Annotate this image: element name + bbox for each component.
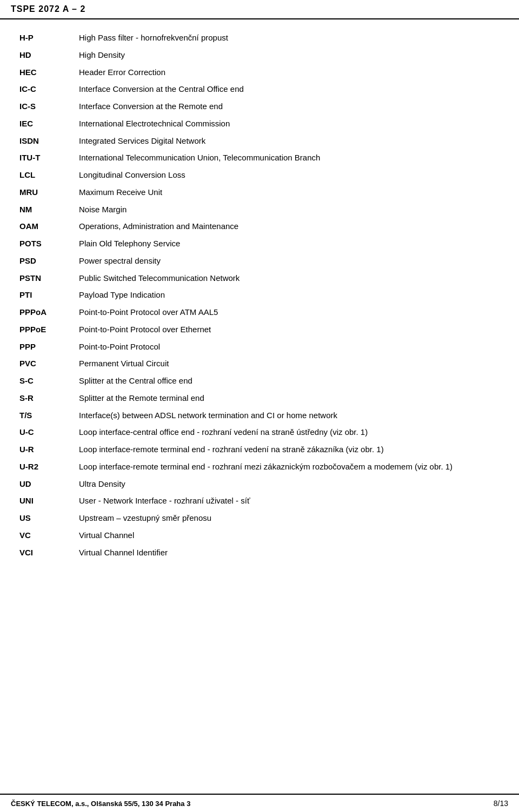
table-row: PPPoEPoint-to-Point Protocol over Ethern… xyxy=(16,321,503,338)
table-row: ITU-TInternational Telecommunication Uni… xyxy=(16,149,503,166)
table-row: T/SInterface(s) between ADSL network ter… xyxy=(16,407,503,424)
table-row: U-RLoop interface-remote terminal end - … xyxy=(16,441,503,458)
abbr-definition: High Pass filter - hornofrekvenční propu… xyxy=(76,29,503,46)
abbr-code: US xyxy=(16,509,76,527)
table-row: HECHeader Error Correction xyxy=(16,64,503,81)
abbr-code: ISDN xyxy=(16,132,76,150)
table-row: UNIUser - Network Interface - rozhraní u… xyxy=(16,492,503,509)
table-row: LCLLongitudinal Conversion Loss xyxy=(16,166,503,184)
abbr-code: IC-S xyxy=(16,98,76,115)
footer-company: ČESKÝ TELECOM, a.s., Olšanská 55/5, 130 … xyxy=(11,800,190,808)
abbr-definition: Loop interface-remote terminal end - roz… xyxy=(76,441,503,458)
table-row: HDHigh Density xyxy=(16,46,503,64)
footer-page: 8/13 xyxy=(494,799,508,808)
abbr-code: HEC xyxy=(16,64,76,81)
table-row: U-CLoop interface-central office end - r… xyxy=(16,424,503,441)
table-row: PPPoAPoint-to-Point Protocol over ATM AA… xyxy=(16,304,503,321)
abbr-definition: User - Network Interface - rozhraní uživ… xyxy=(76,492,503,509)
abbr-definition: Payload Type Indication xyxy=(76,286,503,304)
abbr-definition: Noise Margin xyxy=(76,201,503,218)
abbr-code: PSD xyxy=(16,252,76,270)
abbr-code: U-C xyxy=(16,424,76,441)
abbr-code: S-C xyxy=(16,372,76,390)
abbr-code: UNI xyxy=(16,492,76,509)
abbr-code: ITU-T xyxy=(16,149,76,166)
page-footer: ČESKÝ TELECOM, a.s., Olšanská 55/5, 130 … xyxy=(0,794,519,812)
abbreviations-table: H-PHigh Pass filter - hornofrekvenční pr… xyxy=(16,29,503,561)
abbr-code: UD xyxy=(16,475,76,493)
abbr-definition: Virtual Channel xyxy=(76,527,503,544)
abbr-code: PSTN xyxy=(16,270,76,287)
abbr-code: LCL xyxy=(16,166,76,184)
table-row: PTIPayload Type Indication xyxy=(16,286,503,304)
abbr-definition: Maximum Receive Unit xyxy=(76,184,503,201)
table-row: MRUMaximum Receive Unit xyxy=(16,184,503,201)
table-row: UDUltra Density xyxy=(16,475,503,493)
abbr-definition: Power spectral density xyxy=(76,252,503,270)
abbr-code: U-R xyxy=(16,441,76,458)
abbr-code: PPPoA xyxy=(16,304,76,321)
abbr-definition: Loop interface-remote terminal end - roz… xyxy=(76,458,503,475)
page-header: TSPE 2072 A – 2 xyxy=(0,0,519,19)
abbr-code: U-R2 xyxy=(16,458,76,475)
abbr-code: VC xyxy=(16,527,76,544)
table-row: PPPPoint-to-Point Protocol xyxy=(16,338,503,355)
table-row: IC-CInterface Conversion at the Central … xyxy=(16,80,503,98)
abbr-definition: International Electrotechnical Commissio… xyxy=(76,115,503,132)
abbr-definition: Splitter at the Central office end xyxy=(76,372,503,390)
abbr-code: MRU xyxy=(16,184,76,201)
abbr-definition: Interface Conversion at the Central Offi… xyxy=(76,80,503,98)
abbr-code: HD xyxy=(16,46,76,64)
abbr-definition: Virtual Channel Identifier xyxy=(76,544,503,561)
abbr-definition: Point-to-Point Protocol xyxy=(76,338,503,355)
abbr-code: POTS xyxy=(16,235,76,252)
abbr-definition: Interface(s) between ADSL network termin… xyxy=(76,407,503,424)
abbr-definition: Loop interface-central office end - rozh… xyxy=(76,424,503,441)
abbr-code: PPP xyxy=(16,338,76,355)
table-row: POTSPlain Old Telephony Service xyxy=(16,235,503,252)
abbr-code: S-R xyxy=(16,390,76,407)
abbr-definition: Plain Old Telephony Service xyxy=(76,235,503,252)
abbr-definition: Longitudinal Conversion Loss xyxy=(76,166,503,184)
abbr-code: IC-C xyxy=(16,80,76,98)
abbr-code: VCI xyxy=(16,544,76,561)
table-row: PSTNPublic Switched Telecommunication Ne… xyxy=(16,270,503,287)
abbr-definition: International Telecommunication Union, T… xyxy=(76,149,503,166)
abbr-definition: Header Error Correction xyxy=(76,64,503,81)
table-row: NMNoise Margin xyxy=(16,201,503,218)
page-title: TSPE 2072 A – 2 xyxy=(11,4,85,14)
abbr-definition: Interface Conversion at the Remote end xyxy=(76,98,503,115)
abbr-definition: Splitter at the Remote terminal end xyxy=(76,390,503,407)
table-row: VCVirtual Channel xyxy=(16,527,503,544)
table-row: ISDNIntegrated Services Digital Network xyxy=(16,132,503,150)
abbr-code: PTI xyxy=(16,286,76,304)
abbr-code: NM xyxy=(16,201,76,218)
abbr-definition: Public Switched Telecommunication Networ… xyxy=(76,270,503,287)
abbr-code: OAM xyxy=(16,218,76,235)
abbr-definition: Integrated Services Digital Network xyxy=(76,132,503,150)
abbr-code: T/S xyxy=(16,407,76,424)
abbr-definition: Permanent Virtual Circuit xyxy=(76,355,503,372)
abbr-definition: High Density xyxy=(76,46,503,64)
table-row: USUpstream – vzestupný směr přenosu xyxy=(16,509,503,527)
abbr-code: PPPoE xyxy=(16,321,76,338)
table-row: VCIVirtual Channel Identifier xyxy=(16,544,503,561)
abbr-definition: Operations, Administration and Maintenan… xyxy=(76,218,503,235)
table-row: OAMOperations, Administration and Mainte… xyxy=(16,218,503,235)
table-row: IC-SInterface Conversion at the Remote e… xyxy=(16,98,503,115)
abbr-code: PVC xyxy=(16,355,76,372)
abbr-definition: Point-to-Point Protocol over ATM AAL5 xyxy=(76,304,503,321)
table-row: U-R2Loop interface-remote terminal end -… xyxy=(16,458,503,475)
table-row: PSDPower spectral density xyxy=(16,252,503,270)
table-row: S-RSplitter at the Remote terminal end xyxy=(16,390,503,407)
content-area: H-PHigh Pass filter - hornofrekvenční pr… xyxy=(0,19,519,604)
table-row: S-CSplitter at the Central office end xyxy=(16,372,503,390)
abbr-code: H-P xyxy=(16,29,76,46)
table-row: PVCPermanent Virtual Circuit xyxy=(16,355,503,372)
abbr-code: IEC xyxy=(16,115,76,132)
abbr-definition: Upstream – vzestupný směr přenosu xyxy=(76,509,503,527)
abbr-definition: Ultra Density xyxy=(76,475,503,493)
table-row: IECInternational Electrotechnical Commis… xyxy=(16,115,503,132)
table-row: H-PHigh Pass filter - hornofrekvenční pr… xyxy=(16,29,503,46)
abbr-definition: Point-to-Point Protocol over Ethernet xyxy=(76,321,503,338)
